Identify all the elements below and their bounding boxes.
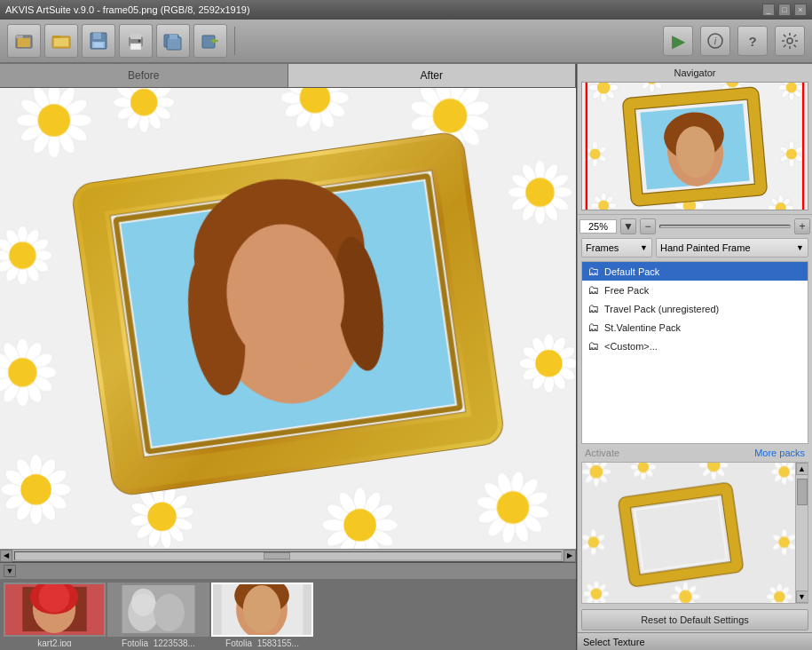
- thumbnail-strip: ▼ kart2.jpg: [0, 561, 576, 650]
- maximize-button[interactable]: □: [778, 4, 791, 16]
- thumbnail-item-2[interactable]: Fotolia_1583155...: [211, 583, 313, 646]
- zoom-out-button[interactable]: −: [640, 218, 656, 234]
- svg-rect-15: [167, 37, 181, 50]
- pack-icon-valentine: 🗂: [587, 321, 599, 334]
- navigator-preview[interactable]: [581, 82, 808, 210]
- right-toolbar: ▶ i ?: [663, 26, 805, 56]
- zoom-controls: 25% ▼ − +: [578, 218, 812, 234]
- minimize-button[interactable]: _: [762, 4, 775, 16]
- svg-point-136: [343, 509, 376, 542]
- help-button[interactable]: ?: [737, 26, 768, 56]
- horizontal-scrollbar[interactable]: ◀ ▶: [0, 549, 576, 561]
- pack-list[interactable]: 🗂 Default Pack 🗂 Free Pack 🗂 Travel Pack…: [581, 261, 808, 444]
- settings-button[interactable]: [775, 26, 805, 56]
- thumbnail-image-2: [211, 583, 313, 637]
- svg-point-272: [592, 141, 597, 150]
- svg-point-22: [787, 38, 792, 44]
- title-text: AKVIS ArtSuite v.9.0 - frame05.png (RGB/…: [5, 4, 250, 15]
- svg-point-162: [9, 242, 35, 268]
- thumbnail-label-0: kart2.jpg: [37, 638, 71, 646]
- svg-point-222: [131, 589, 155, 616]
- svg-rect-395: [635, 499, 726, 570]
- svg-point-264: [786, 83, 797, 93]
- thumbnail-item-1[interactable]: Fotolia_1223538...: [107, 583, 209, 646]
- navigator-title: Navigator: [581, 67, 808, 78]
- open-folder-button[interactable]: [44, 24, 78, 58]
- svg-rect-4: [52, 36, 60, 38]
- zoom-dropdown-button[interactable]: ▼: [620, 218, 636, 234]
- toolbar-separator: [234, 27, 235, 55]
- svg-point-123: [147, 502, 176, 530]
- more-packs-link[interactable]: More packs: [754, 448, 805, 458]
- reset-button[interactable]: Reset to Default Settings: [581, 609, 808, 630]
- svg-line-28: [794, 45, 797, 48]
- preview-scroll-thumb[interactable]: [797, 479, 808, 505]
- frame-preview: ▲ ▼: [581, 462, 808, 604]
- thumbnail-label-1: Fotolia_1223538...: [122, 638, 195, 646]
- preview-scroll-down[interactable]: ▼: [796, 591, 808, 603]
- svg-rect-12: [130, 44, 141, 50]
- tab-before[interactable]: Before: [0, 64, 288, 87]
- scroll-track[interactable]: [14, 551, 562, 560]
- svg-point-227: [243, 585, 280, 633]
- frame-preview-svg: [582, 463, 808, 603]
- zoom-slider[interactable]: [659, 225, 791, 228]
- toolbar: ▶ i ?: [0, 20, 812, 64]
- scroll-thumb[interactable]: [264, 552, 290, 559]
- svg-text:i: i: [714, 36, 717, 46]
- svg-point-58: [130, 89, 157, 115]
- svg-point-390: [774, 591, 785, 603]
- svg-line-30: [784, 45, 786, 48]
- pack-icon-custom: 🗂: [587, 339, 599, 353]
- filter-type-dropdown[interactable]: Frames ▼: [581, 238, 652, 258]
- svg-point-281: [608, 203, 617, 209]
- svg-rect-1: [16, 36, 23, 38]
- select-texture-bar: Select Texture: [578, 632, 812, 650]
- preview-scroll-up[interactable]: ▲: [796, 463, 808, 475]
- preview-scrollbar[interactable]: ▲ ▼: [795, 463, 808, 603]
- pack-item-free[interactable]: 🗂 Free Pack: [582, 281, 808, 299]
- svg-point-188: [535, 350, 562, 377]
- pack-item-custom[interactable]: 🗂 <Custom>...: [582, 337, 808, 355]
- main-canvas: [0, 88, 576, 549]
- thumbnail-item-0[interactable]: kart2.jpg: [4, 583, 106, 646]
- strip-toolbar: ▼: [0, 563, 576, 579]
- batch-save-button[interactable]: [156, 24, 190, 58]
- zoom-level-display: 25%: [579, 219, 617, 234]
- left-panel: Before After: [0, 64, 577, 650]
- open-file-button[interactable]: [7, 24, 41, 58]
- svg-rect-2: [18, 38, 30, 47]
- frame-style-dropdown[interactable]: Hand Painted Frame ▼: [656, 238, 808, 258]
- tab-after[interactable]: After: [288, 64, 577, 87]
- svg-point-363: [587, 536, 599, 548]
- svg-rect-11: [130, 34, 141, 39]
- svg-point-175: [8, 358, 36, 386]
- svg-point-381: [679, 591, 692, 603]
- play-button[interactable]: ▶: [663, 26, 693, 56]
- svg-point-322: [589, 465, 603, 479]
- zoom-in-button[interactable]: +: [794, 218, 810, 234]
- svg-point-45: [38, 104, 71, 137]
- activate-label: Activate: [585, 448, 619, 458]
- view-tabs: Before After: [0, 64, 576, 88]
- scroll-left-button[interactable]: ◀: [0, 550, 12, 562]
- svg-point-221: [154, 594, 185, 631]
- export-button[interactable]: [193, 24, 227, 58]
- pack-item-travel[interactable]: 🗂 Travel Pack (unregistered): [582, 299, 808, 318]
- pack-item-valentine[interactable]: 🗂 St.Valentine Pack: [582, 318, 808, 337]
- save-button[interactable]: [82, 24, 115, 58]
- canvas-area[interactable]: [0, 88, 576, 549]
- svg-point-268: [789, 158, 794, 167]
- svg-point-303: [768, 205, 777, 210]
- print-button[interactable]: [119, 24, 153, 58]
- close-button[interactable]: ×: [794, 4, 807, 16]
- svg-point-110: [20, 474, 51, 504]
- filter-dropdown-arrow: ▼: [640, 243, 648, 252]
- pack-item-default[interactable]: 🗂 Default Pack: [582, 262, 808, 281]
- info-button[interactable]: i: [700, 26, 730, 56]
- right-panel: Navigator: [577, 64, 812, 650]
- strip-menu-button[interactable]: ▼: [4, 565, 16, 577]
- frame-dropdown-arrow: ▼: [796, 243, 804, 252]
- zoom-slider-track[interactable]: [659, 225, 791, 228]
- scroll-right-button[interactable]: ▶: [564, 550, 576, 562]
